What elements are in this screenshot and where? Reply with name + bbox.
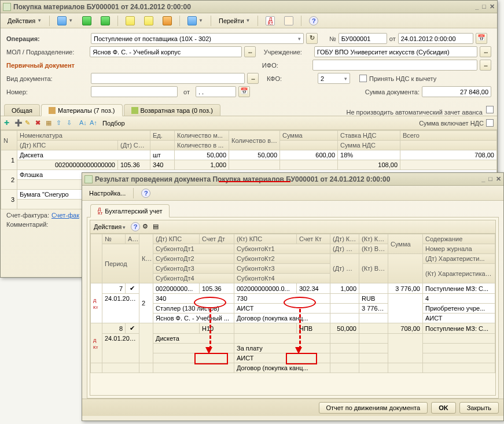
grid-icon[interactable]: ▦ [46, 119, 54, 127]
close-button[interactable]: ✕ [496, 175, 501, 183]
th-dt-kps[interactable]: (Дт) КПС [17, 141, 118, 150]
mop-select[interactable]: ... [244, 46, 256, 57]
prim-date-cal[interactable]: 📅 [238, 86, 250, 97]
tab-materials[interactable]: Материалы (7 поз.) [41, 104, 123, 116]
th-unit[interactable]: Ед. [150, 131, 175, 141]
th-vat[interactable]: Ставка НДС [338, 131, 400, 141]
operation-field[interactable]: Поступление от поставщика (10Х - 302) [91, 33, 304, 44]
posting-help[interactable]: ? [131, 222, 140, 231]
close-button[interactable]: ✕ [490, 3, 495, 10]
pth-ak[interactable]: Ак... [126, 234, 139, 244]
tab-return[interactable]: Возвратная тара (0 поз.) [124, 104, 220, 116]
pth-k[interactable]: К... [139, 234, 153, 283]
help-button[interactable]: ? [138, 187, 154, 199]
pth-dtva[interactable]: (Дт) Ва... [330, 244, 359, 254]
posting-grid[interactable]: № Ак... К... (Дт) КПС Счет Дт (Кт) КПС С… [90, 234, 495, 373]
date-calendar[interactable]: 📅 [476, 33, 487, 44]
pth-period[interactable]: Период [102, 244, 139, 283]
th-dt-acct[interactable]: (Дт) Счет [118, 141, 150, 150]
pth-dtval[interactable]: (Дт) Вал. сумма [330, 254, 359, 283]
vat-deduct-checkbox[interactable] [359, 75, 367, 82]
pth-ktva[interactable]: (Кт) Ва... [359, 244, 388, 254]
invoice-link[interactable]: Счет-фак [51, 212, 79, 219]
actions-menu[interactable]: Действия▼ [4, 16, 45, 25]
sort-desc-button[interactable]: A↑ [90, 119, 98, 127]
pth-no[interactable]: № [102, 234, 126, 244]
tab-accounting[interactable]: ДКтБухгалтерский учет [90, 204, 170, 217]
toolbar-icon-6[interactable] [159, 15, 175, 27]
post-icon-2[interactable]: ▤ [153, 223, 161, 231]
pth-skt4[interactable]: СубконтоКт4 [234, 274, 330, 283]
posting-actions[interactable]: Действия▼ [94, 223, 126, 230]
th-qty-p[interactable]: Количество в ... [175, 141, 229, 150]
sort-asc-button[interactable]: A↓ [79, 119, 87, 127]
ok-button[interactable]: OK [431, 402, 456, 414]
doc-date-field[interactable]: 24.01.2012 0:00:00 [398, 33, 473, 44]
th-n[interactable]: N [1, 131, 17, 150]
th-total[interactable]: Всего [400, 131, 497, 141]
posting-row[interactable]: Договор (покупка канц... [91, 363, 495, 373]
down-button[interactable]: ⇩ [67, 119, 75, 127]
pth-sdt3[interactable]: СубконтоДт3 [153, 264, 234, 274]
toolbar-icon-3[interactable] [97, 15, 113, 27]
pth-ktkps[interactable]: (Кт) КПС [234, 234, 297, 244]
pth-skt1[interactable]: СубконтоКт1 [234, 244, 330, 254]
pth-acctdt[interactable]: Счет Дт [200, 234, 234, 244]
close-result-button[interactable]: Закрыть [459, 402, 499, 414]
attach-button[interactable] [281, 15, 297, 27]
pth-sdt1[interactable]: СубконтоДт1 [153, 244, 234, 254]
pth-skt3[interactable]: СубконтоКт3 [234, 264, 330, 274]
pth-sum[interactable]: Сумма [388, 234, 423, 254]
add-row-button[interactable]: ✚ [4, 119, 12, 127]
maximize-button[interactable]: □ [482, 3, 486, 10]
pth-sdt4[interactable]: СубконтоДт4 [153, 274, 234, 283]
pth-ktchar[interactable]: (Кт) Характеристика движения по ... [423, 264, 495, 283]
pth-desc[interactable]: Содержание [423, 234, 495, 244]
pth-dtko[interactable]: (Дт) Ко... [330, 234, 359, 244]
minimize-button[interactable]: _ [481, 175, 485, 183]
dk-button[interactable]: ДКт [262, 15, 278, 27]
inst-select[interactable]: ... [480, 46, 491, 57]
pth-dtkps[interactable]: (Дт) КПС [153, 234, 200, 244]
pth-ktko[interactable]: (Кт) Ко... [359, 234, 388, 244]
th-qty-m[interactable]: Количество м... [175, 131, 229, 141]
doc-number-field[interactable]: БУ000001 [339, 33, 387, 44]
toolbar-icon-2[interactable] [79, 15, 95, 27]
doc-kind-select[interactable]: ... [247, 73, 259, 84]
th-sum[interactable]: Сумма [280, 131, 338, 141]
ifo-select[interactable]: ... [480, 60, 491, 71]
prim-number-field[interactable] [91, 86, 178, 97]
pth-journal[interactable]: Номер журнала [423, 244, 495, 254]
pth-skt2[interactable]: СубконтоКт2 [234, 254, 330, 264]
th-vat-sum[interactable]: Сумма НДС [338, 141, 400, 150]
post-icon-1[interactable]: ⚙ [142, 223, 150, 231]
minimize-button[interactable]: _ [475, 3, 479, 10]
sum-incl-vat-checkbox[interactable] [486, 119, 494, 127]
pth-sdt2[interactable]: СубконтоДт2 [153, 254, 234, 264]
toolbar-icon-5[interactable] [141, 15, 157, 27]
up-button[interactable]: ⇧ [56, 119, 64, 127]
auto-offset-checkbox[interactable] [486, 106, 494, 113]
tab-general[interactable]: Общая [4, 104, 40, 116]
selection-button[interactable]: Подбор [102, 120, 125, 127]
pth-dtchar[interactable]: (Дт) Характеристи... [423, 254, 495, 264]
pth-acctkt[interactable]: Счет Кт [297, 234, 330, 244]
posting-row[interactable]: ДКт 8 ✔ Н10 НПВ 50,000 708,00 Поступлени… [91, 323, 495, 334]
inst-field[interactable]: ГОБУ ВПО Университет искусств (Субсидия) [314, 46, 478, 57]
table-row[interactable]: 1 Дискета шт 50,000 50,000 600,00 18% 70… [1, 150, 497, 160]
settings-button[interactable]: Настройка... [86, 189, 129, 198]
pth-ktval[interactable]: (Кт) Вал. сумма [359, 254, 388, 283]
maximize-button[interactable]: □ [488, 175, 492, 183]
delete-button[interactable]: ✖ [35, 119, 43, 127]
operation-refresh[interactable]: ↻ [306, 33, 318, 44]
edit-button[interactable]: ✎ [25, 119, 33, 127]
posting-row[interactable]: ДКт 7 ✔ 2 002000000... 105.36 0020000000… [91, 283, 495, 294]
table-row[interactable]: 00200000000000000 105.36 340 1,000 108,0… [1, 160, 497, 170]
add-copy-button[interactable]: ➕ [14, 119, 23, 127]
toolbar-icon-7[interactable]: ▼ [184, 15, 207, 27]
prim-date-field[interactable]: . . [196, 86, 236, 97]
ifo-field[interactable] [312, 60, 477, 71]
toolbar-icon-4[interactable] [122, 15, 138, 27]
doc-kind-field[interactable] [91, 73, 245, 84]
kfo-field[interactable]: 2 [318, 73, 350, 84]
